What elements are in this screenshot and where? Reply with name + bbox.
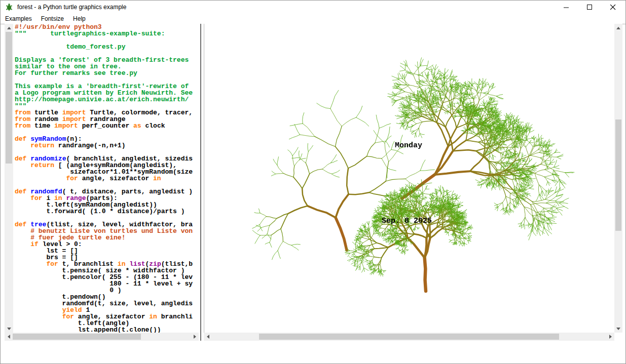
source-code-view[interactable]: #!/usr/bin/env python3""" turtlegraphics… [13, 24, 199, 333]
menu-help[interactable]: Help [68, 14, 90, 23]
code-line: from time import perf_counter as clock [15, 123, 199, 129]
menubar: Examples Fontsize Help [1, 14, 626, 24]
scroll-down-arrow-icon[interactable] [5, 325, 13, 333]
code-line: For further remarks see tree.py [15, 70, 199, 76]
menu-examples[interactable]: Examples [1, 14, 36, 23]
turtle-icon [5, 3, 13, 11]
turtle-canvas-pane: MondaySep. 8 2025 [204, 24, 614, 333]
code-line: t.forward( (1.0 * distance)/parts ) [15, 208, 199, 215]
close-button[interactable] [601, 1, 624, 14]
minimize-button[interactable] [555, 1, 578, 14]
scroll-down-arrow-icon[interactable] [614, 325, 622, 333]
scrollbar-thumb[interactable] [259, 334, 559, 340]
scroll-left-arrow-icon[interactable] [204, 333, 212, 341]
code-line: """ turtlegraphics-example-suite: [15, 30, 199, 37]
canvas-text-label: Monday [395, 141, 422, 150]
status-bar: demo running... START STOP CLEAR [1, 341, 626, 364]
window-title: forest - a Python turtle graphics exampl… [17, 4, 126, 11]
menu-fontsize[interactable]: Fontsize [36, 14, 68, 23]
window-controls [555, 1, 624, 14]
code-line: return randrange(-n,n+1) [15, 142, 199, 149]
canvas-horizontal-scrollbar[interactable] [204, 333, 614, 341]
canvas-vertical-scrollbar[interactable] [614, 24, 622, 333]
code-line: tdemo_forest.py [15, 44, 199, 50]
scrollbar-thumb[interactable] [13, 334, 141, 340]
code-line: lst.append(t.clone()) [15, 327, 199, 333]
scroll-up-arrow-icon[interactable] [614, 24, 622, 32]
code-line: for angle, sizefactor in [15, 175, 199, 182]
title-bar: forest - a Python turtle graphics exampl… [1, 1, 626, 14]
code-vertical-scrollbar[interactable] [5, 24, 13, 333]
scrollbar-thumb[interactable] [6, 32, 12, 164]
code-horizontal-scrollbar[interactable] [5, 333, 199, 341]
app-window: { "window": { "title": "forest - a Pytho… [0, 0, 626, 364]
maximize-button[interactable] [578, 1, 601, 14]
scroll-up-arrow-icon[interactable] [5, 24, 13, 32]
scroll-right-arrow-icon[interactable] [606, 333, 614, 341]
pane-sash[interactable] [199, 24, 204, 341]
code-line: http://homepage.univie.ac.at/erich.neuwi… [15, 96, 199, 103]
scrollbar-thumb[interactable] [615, 119, 621, 231]
turtle-drawing-canvas [204, 24, 615, 333]
canvas-text-label: Sep. 8 2025 [382, 217, 432, 225]
scroll-left-arrow-icon[interactable] [5, 333, 13, 341]
scroll-right-arrow-icon[interactable] [191, 333, 199, 341]
